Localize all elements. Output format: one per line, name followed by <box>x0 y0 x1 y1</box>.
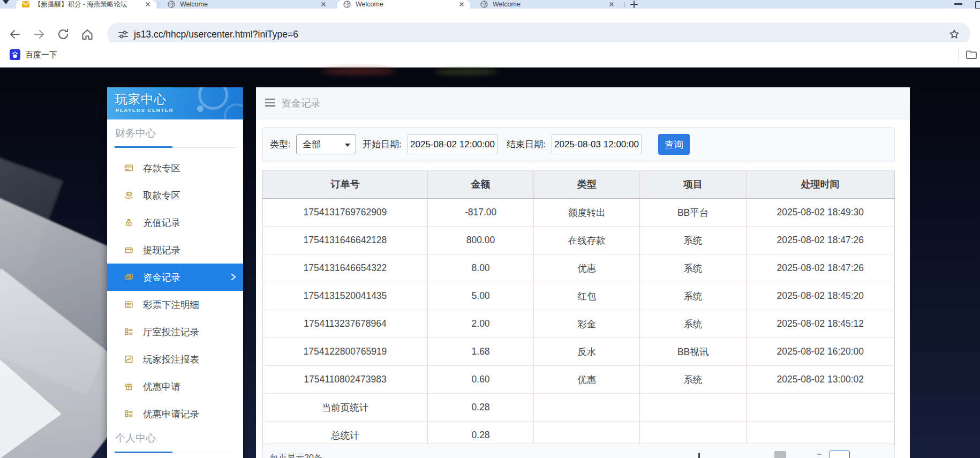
cell-type: 红包 <box>534 282 640 310</box>
chevron-down-icon <box>345 144 350 147</box>
table-row: 1754131646642128 800.00 在线存款 系统 2025-08-… <box>263 227 895 254</box>
chevron-down-icon[interactable] <box>3 0 9 4</box>
table-row-page-total: 当前页统计 0.28 <box>263 394 895 422</box>
cell-type <box>534 394 640 422</box>
bookmarks-divider <box>959 48 959 62</box>
close-icon[interactable] <box>607 0 616 9</box>
pagination-button[interactable] <box>774 451 786 458</box>
section-underline <box>115 452 172 453</box>
cell-type: 反水 <box>534 338 640 366</box>
cell-type: 在线存款 <box>534 227 640 254</box>
hamburger-icon[interactable] <box>265 99 275 107</box>
pagination-bar: 每页显示20条 <box>262 444 895 458</box>
sidebar-item-promo-apply[interactable]: 优惠申请 <box>107 373 243 400</box>
sidebar-item-hall-bet-records[interactable]: 厅室投注记录 <box>107 318 243 346</box>
sidebar-item-funds-records[interactable]: 资金记录 <box>107 264 243 291</box>
cell-order-no: 1754110802473983 <box>263 366 428 394</box>
cell-time <box>746 394 894 422</box>
hand-coins-icon <box>124 191 133 200</box>
tune-icon[interactable] <box>117 28 130 41</box>
folder-icon[interactable] <box>965 48 978 61</box>
tab-forum[interactable]: 【新提醒】积分 - 海燕策略论坛 <box>16 0 156 9</box>
list-icon <box>124 300 133 309</box>
col-type: 类型 <box>534 170 640 199</box>
per-page-label: 每页显示20条 <box>270 453 322 458</box>
table-row: 1754131520041435 5.00 红包 系统 2025-08-02 1… <box>263 282 895 310</box>
type-label: 类型: <box>270 138 291 151</box>
globe-icon <box>167 0 176 9</box>
chart-icon <box>124 355 133 364</box>
cell-project: 系统 <box>640 310 746 338</box>
cell-amount: 800.00 <box>427 227 533 254</box>
back-icon[interactable] <box>8 27 22 41</box>
col-project: 项目 <box>640 170 746 199</box>
page-number-input[interactable] <box>830 451 850 458</box>
sidebar-item-promo-apply-records[interactable]: 优惠申请记录 <box>107 400 243 427</box>
tab-title: Welcome <box>493 1 603 8</box>
cell-type: 彩金 <box>534 310 640 338</box>
sidebar-item-lottery-bets[interactable]: 彩票下注明细 <box>107 291 243 318</box>
tab-separator <box>624 2 625 7</box>
tab-welcome-1[interactable]: Welcome <box>162 0 332 9</box>
star-icon[interactable] <box>948 28 961 41</box>
bookmark-label: 百度一下 <box>25 50 57 60</box>
sidebar-item-deposit[interactable]: 存款专区 <box>107 154 243 182</box>
search-button[interactable]: 查询 <box>658 134 690 155</box>
sidebar-item-label: 充值记录 <box>143 216 180 229</box>
cell-time: 2025-08-02 16:20:00 <box>746 338 894 366</box>
end-date-input[interactable] <box>552 134 642 154</box>
cell-amount: 5.00 <box>427 282 533 310</box>
table-row: 1754131769762909 -817.00 额度转出 BB平台 2025-… <box>263 199 895 227</box>
table-header-row: 订单号 金额 类型 项目 处理时间 <box>263 170 895 199</box>
cell-time: 2025-08-02 18:47:26 <box>746 227 894 254</box>
cell-order-no: 1754131769762909 <box>263 199 428 227</box>
background-glow <box>434 69 498 75</box>
sidebar-item-withdraw-zone[interactable]: 取款专区 <box>107 182 243 209</box>
money-bag-icon <box>124 218 133 227</box>
type-select[interactable]: 全部 <box>296 134 356 154</box>
minimize-button[interactable] <box>954 3 962 5</box>
cell-order-no: 1754113237678964 <box>263 310 428 338</box>
close-icon[interactable] <box>144 0 152 9</box>
filter-bar: 类型: 全部 开始日期: 结束日期: 查询 <box>262 127 895 162</box>
col-amount: 金额 <box>427 170 533 199</box>
cell-amount: 8.00 <box>427 254 533 282</box>
end-date-label: 结束日期: <box>507 138 546 151</box>
sidebar-item-recharge-records[interactable]: 充值记录 <box>107 209 243 236</box>
cell-order-no: 1754131520041435 <box>263 282 428 310</box>
maximize-button[interactable] <box>975 1 980 9</box>
globe-icon <box>480 0 488 9</box>
bank-card-icon <box>124 163 133 172</box>
gift-icon <box>124 382 133 391</box>
layout-list-icon <box>124 409 133 418</box>
page-title: 资金记录 <box>281 96 321 110</box>
cell-project: 系统 <box>640 366 746 394</box>
cell-order-no: 当前页统计 <box>263 394 428 422</box>
cell-amount: -817.00 <box>427 199 533 227</box>
sidebar-item-label: 玩家投注报表 <box>143 353 199 366</box>
browser-toolbar: js13.cc/hhcp/usercenter.html?iniType=6 <box>0 9 980 42</box>
cell-time: 2025-08-02 18:47:26 <box>746 254 894 282</box>
sidebar-item-withdraw-records[interactable]: 提现记录 <box>107 236 243 264</box>
close-icon[interactable] <box>457 0 466 9</box>
tab-welcome-3[interactable]: Welcome <box>474 0 620 9</box>
cell-time: 2025-08-02 18:45:20 <box>746 282 894 310</box>
start-date-label: 开始日期: <box>363 138 402 151</box>
table-row: 1754113237678964 2.00 彩金 系统 2025-08-02 1… <box>263 310 895 338</box>
browser-window: 【新提醒】积分 - 海燕策略论坛 Welcome Welcome <box>0 0 980 458</box>
home-icon[interactable] <box>80 27 94 41</box>
cell-time: 2025-08-02 18:49:30 <box>746 199 894 227</box>
close-icon[interactable] <box>319 0 328 9</box>
sidebar-item-player-bet-report[interactable]: 玩家投注报表 <box>107 346 243 373</box>
forward-icon[interactable] <box>32 27 46 41</box>
baidu-paw-icon <box>10 49 20 60</box>
new-tab-button[interactable] <box>630 0 638 9</box>
globe-icon <box>343 0 351 9</box>
tab-title: Welcome <box>356 1 453 8</box>
bookmark-baidu[interactable]: 百度一下 <box>5 47 62 63</box>
sidebar-item-label: 取款专区 <box>143 189 180 202</box>
sidebar-header: 玩家中心 PLAYERS CENTER <box>107 87 243 119</box>
tab-welcome-2-active[interactable]: Welcome <box>337 0 470 9</box>
start-date-input[interactable] <box>408 134 497 154</box>
reload-icon[interactable] <box>56 27 70 41</box>
